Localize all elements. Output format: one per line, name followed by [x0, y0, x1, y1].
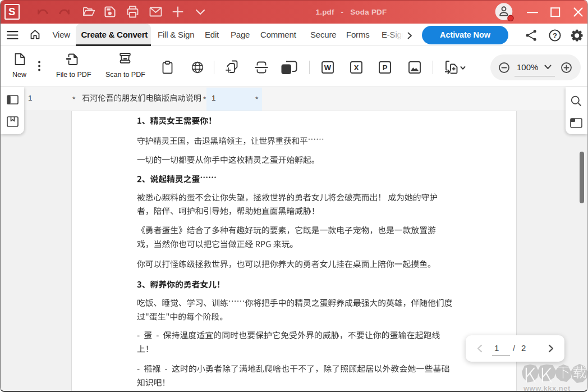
- svg-text:?: ?: [553, 31, 557, 39]
- svg-text:P: P: [383, 63, 388, 72]
- svg-text:W: W: [324, 63, 332, 72]
- svg-text:X: X: [354, 63, 359, 72]
